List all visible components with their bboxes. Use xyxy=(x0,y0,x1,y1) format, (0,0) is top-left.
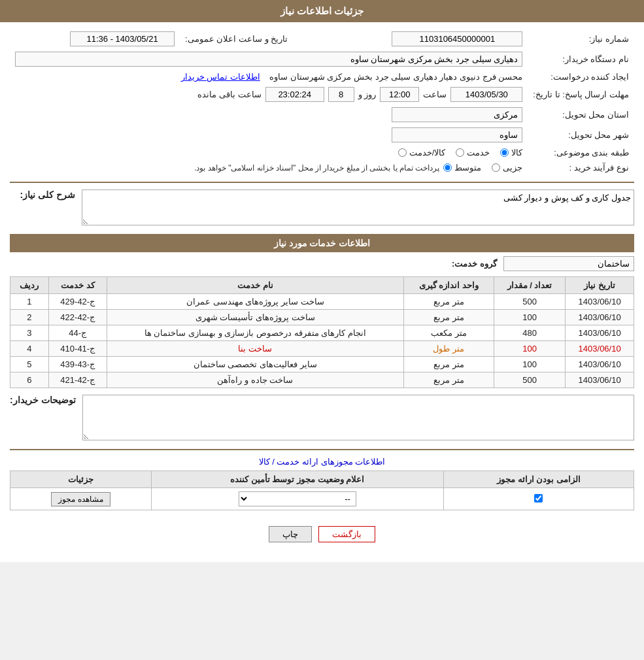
cell-row: 3 xyxy=(10,325,49,341)
cell-code: ج-42-422 xyxy=(48,310,107,325)
back-button[interactable]: بازگشت xyxy=(318,526,375,542)
cell-date: 1403/06/10 xyxy=(566,372,634,388)
purchase-type-jozi-radio[interactable] xyxy=(492,163,500,172)
cell-unit: متر مربع xyxy=(403,310,494,325)
category-kalakhedmat-radio[interactable] xyxy=(398,148,407,157)
permit-row-1: -- دارم ندارم مشاهده مجوز xyxy=(10,488,634,510)
cell-date: 1403/06/10 xyxy=(566,294,634,310)
info-table: شماره نیاز: تاریخ و ساعت اعلان عمومی: نا… xyxy=(10,29,634,175)
cell-qty: 100 xyxy=(494,310,565,325)
cell-name: انجام کارهای متفرقه درخصوص بازسازی و بهس… xyxy=(107,325,403,341)
delivery-city-label: شهر محل تحویل: xyxy=(528,125,634,145)
permit-detail-cell: مشاهده مجوز xyxy=(10,488,152,510)
buyer-notes-textarea[interactable] xyxy=(82,395,634,440)
services-table-header-row: تاریخ نیاز تعداد / مقدار واحد اندازه گیر… xyxy=(10,277,634,294)
delivery-province-input xyxy=(392,107,522,122)
divider-2 xyxy=(10,449,634,450)
col-code: کد خدمت xyxy=(48,277,107,294)
cell-unit: متر مربع xyxy=(403,294,494,310)
permit-required-checkbox[interactable] xyxy=(534,494,543,503)
deadline-remaining-input xyxy=(265,87,324,102)
services-table: تاریخ نیاز تعداد / مقدار واحد اندازه گیر… xyxy=(10,276,634,388)
cell-name: سایر فعالیت‌های تخصصی ساختمان xyxy=(107,357,403,372)
print-button[interactable]: چاپ xyxy=(269,526,312,542)
cell-row: 1 xyxy=(10,294,49,310)
buyer-org-input xyxy=(15,52,522,67)
need-number-input xyxy=(392,31,522,46)
cell-qty: 100 xyxy=(494,341,565,357)
services-row: 1403/06/10 100 متر طول ساخت بنا ج-41-410… xyxy=(10,341,634,357)
purchase-type-row: نوع فرآیند خرید : جزیی متوسط xyxy=(10,160,634,175)
permits-table: الزامی بودن ارائه مجوز اعلام وضعیت مجوز … xyxy=(10,470,634,510)
need-number-label: شماره نیاز: xyxy=(528,29,634,49)
view-permit-button[interactable]: مشاهده مجوز xyxy=(51,492,110,506)
category-khedmat-option[interactable]: خدمت xyxy=(456,148,490,157)
need-description-section: جدول کاری و کف پوش و دیوار کشی شرح کلی ن… xyxy=(10,190,634,227)
permit-status-cell: -- دارم ندارم xyxy=(151,488,443,510)
category-kalakhedmat-option[interactable]: کالا/خدمت xyxy=(398,148,446,157)
buyer-org-value xyxy=(10,49,528,69)
purchase-type-motavasset-option[interactable]: متوسط xyxy=(443,163,481,173)
need-description-textarea[interactable]: جدول کاری و کف پوش و دیوار کشی xyxy=(82,190,634,225)
need-number-value xyxy=(319,29,528,49)
services-row: 1403/06/10 100 متر مربع سایر فعالیت‌های … xyxy=(10,357,634,372)
col-required: الزامی بودن ارائه مجوز xyxy=(443,471,634,488)
remaining-label: ساعت باقی مانده xyxy=(197,90,261,99)
services-row: 1403/06/10 480 متر مکعب انجام کارهای متف… xyxy=(10,325,634,341)
creator-label: ایجاد کننده درخواست: xyxy=(528,69,634,84)
purchase-type-jozi-option[interactable]: جزیی xyxy=(492,163,522,173)
purchase-type-value: جزیی متوسط پرداخت تمام یا بخشی از مبلغ خ… xyxy=(10,160,528,175)
services-section-header: اطلاعات خدمات مورد نیاز xyxy=(10,234,634,252)
need-number-row: شماره نیاز: تاریخ و ساعت اعلان عمومی: xyxy=(10,29,634,49)
cell-code: ج-42-421 xyxy=(48,372,107,388)
col-status: اعلام وضعیت مجوز توسط تأمین کننده xyxy=(151,471,443,488)
creator-row: ایجاد کننده درخواست: محسن فرج دنیوی دهیا… xyxy=(10,69,634,84)
cell-qty: 100 xyxy=(494,357,565,372)
cell-code: ج-43-439 xyxy=(48,357,107,372)
col-detail: جزئیات xyxy=(10,471,152,488)
services-row: 1403/06/10 500 متر مربع ساخت جاده و راه‌… xyxy=(10,372,634,388)
deadline-time-input xyxy=(380,87,419,102)
purchase-type-motavasset-radio[interactable] xyxy=(443,163,452,172)
category-khedmat-radio[interactable] xyxy=(456,148,464,157)
need-description-label: شرح کلی نیاز: xyxy=(10,190,75,200)
services-tbody: 1403/06/10 500 متر مربع ساخت سایر پروژه‌… xyxy=(10,294,634,388)
main-title-text: جزئیات اطلاعات نیاز xyxy=(280,5,364,16)
permit-status-select[interactable]: -- دارم ندارم xyxy=(239,491,356,506)
bottom-buttons: بازگشت چاپ xyxy=(10,517,634,555)
contact-link[interactable]: اطلاعات تماس خریدار xyxy=(181,72,260,82)
permit-required-cell xyxy=(443,488,634,510)
days-label: روز و xyxy=(358,90,377,99)
permits-tbody: -- دارم ندارم مشاهده مجوز xyxy=(10,488,634,510)
delivery-province-label: استان محل تحویل: xyxy=(528,105,634,125)
page-wrapper: جزئیات اطلاعات نیاز شماره نیاز: تاریخ و … xyxy=(0,0,644,562)
response-deadline-value: ساعت روز و ساعت باقی مانده xyxy=(10,84,528,105)
cell-name: ساخت سایر پروژه‌های مهندسی عمران xyxy=(107,294,403,310)
response-deadline-label: مهلت ارسال پاسخ: تا تاریخ: xyxy=(528,84,634,105)
announcement-date-value xyxy=(10,29,180,49)
category-row: طبقه بندی موضوعی: کالا خدمت کالا/خدمت xyxy=(10,145,634,160)
col-qty: تعداد / مقدار xyxy=(494,277,565,294)
cell-qty: 500 xyxy=(494,294,565,310)
deadline-days-input xyxy=(328,87,354,102)
announcement-date-input xyxy=(70,31,175,46)
cell-code: ج-44 xyxy=(48,325,107,341)
main-content: شماره نیاز: تاریخ و ساعت اعلان عمومی: نا… xyxy=(0,22,644,562)
cell-unit: متر مربع xyxy=(403,372,494,388)
category-kala-radio[interactable] xyxy=(500,148,509,157)
delivery-province-value xyxy=(10,105,528,125)
cell-date: 1403/06/10 xyxy=(566,310,634,325)
cell-name: ساخت پروژه‌های تأسیسات شهری xyxy=(107,310,403,325)
permits-section-link[interactable]: اطلاعات مجوزهای ارائه خدمت / کالا xyxy=(10,457,634,467)
permits-header-row: الزامی بودن ارائه مجوز اعلام وضعیت مجوز … xyxy=(10,471,634,488)
cell-name: ساخت بنا xyxy=(107,341,403,357)
cell-unit: متر مربع xyxy=(403,357,494,372)
cell-row: 2 xyxy=(10,310,49,325)
service-group-input xyxy=(503,256,634,271)
service-group-row: گروه خدمت: xyxy=(10,256,634,271)
cell-name: ساخت جاده و راه‌آهن xyxy=(107,372,403,388)
deadline-date-input xyxy=(450,87,522,102)
category-value: کالا خدمت کالا/خدمت xyxy=(10,145,528,160)
category-kala-option[interactable]: کالا xyxy=(500,148,522,157)
delivery-city-input xyxy=(392,127,522,142)
